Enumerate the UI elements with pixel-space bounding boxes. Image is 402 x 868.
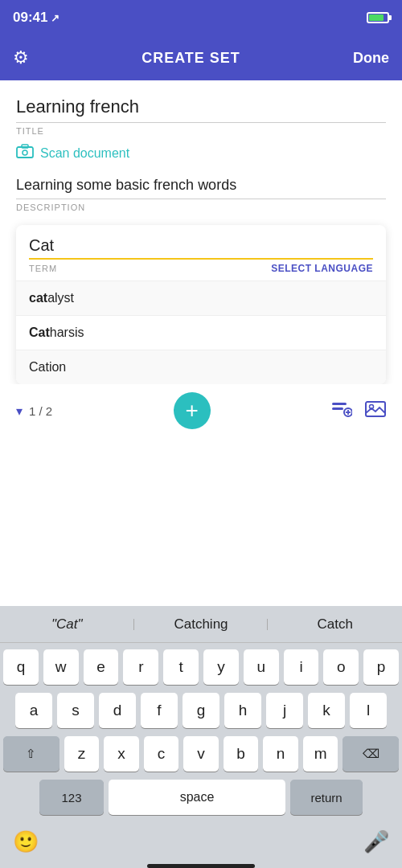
suggestion-catching[interactable]: Catching [134,616,269,633]
suggestion-1-suffix: alyst [47,291,74,305]
suggestion-1-prefix: cat [29,291,47,305]
add-text-icon[interactable] [331,399,352,422]
emoji-icon[interactable]: 🙂 [13,829,39,854]
key-u[interactable]: u [244,649,279,685]
location-arrow-icon: ↗ [51,12,59,24]
space-key[interactable]: space [109,780,285,815]
key-a[interactable]: a [15,693,52,728]
description-input[interactable] [16,177,386,199]
key-m[interactable]: m [303,736,338,772]
svg-rect-1 [22,145,28,148]
key-row-4: 123 space return [3,780,399,815]
key-s[interactable]: s [57,693,94,728]
title-label: TITLE [16,126,386,136]
return-key[interactable]: return [290,780,363,815]
settings-gear-icon[interactable]: ⚙ [13,47,29,68]
svg-point-2 [23,150,27,155]
key-v[interactable]: v [183,736,219,772]
microphone-icon[interactable]: 🎤 [363,829,389,854]
add-icon: + [185,398,198,424]
suggestion-cat-quoted-text: "Cat" [51,616,83,632]
key-l[interactable]: l [350,693,387,728]
suggestion-cat-quoted[interactable]: "Cat" [0,616,134,633]
main-content: TITLE Scan document DESCRIPTION [0,80,402,212]
key-q[interactable]: q [3,649,39,685]
time-display: 09:41 [13,10,47,26]
toolbar-right [331,399,386,422]
keyboard: "Cat" Catching Catch q w e r t y u i o p… [0,606,402,868]
page-title: CREATE SET [142,50,240,67]
scan-document-label: Scan document [40,146,129,161]
key-d[interactable]: d [99,693,136,728]
status-bar: 09:41 ↗ [0,0,402,35]
key-y[interactable]: y [203,649,239,685]
key-row-2: a s d f g h j k l [3,693,399,728]
svg-rect-4 [332,407,343,410]
bottom-toolbar: ▾ 1 / 2 + [0,384,402,437]
key-f[interactable]: f [141,693,178,728]
key-row-1: q w e r t y u i o p [3,649,399,685]
done-button[interactable]: Done [353,50,389,67]
svg-rect-8 [366,402,385,416]
term-input[interactable] [29,236,373,260]
card-header [16,225,386,260]
keyboard-suggestions: "Cat" Catching Catch [0,606,402,643]
battery-fill [369,14,384,21]
key-o[interactable]: o [323,649,359,685]
key-k[interactable]: k [308,693,345,728]
key-n[interactable]: n [263,736,298,772]
suggestion-3[interactable]: Cation [16,350,386,384]
key-row-3: ⇧ z x c v b n m ⌫ [3,736,399,772]
keyboard-rows: q w e r t y u i o p a s d f g h j k l ⇧ … [0,643,402,826]
select-language-button[interactable]: SELECT LANGUAGE [271,263,373,274]
scan-document-button[interactable]: Scan document [16,144,386,162]
key-b[interactable]: b [224,736,259,772]
suggestion-2[interactable]: Catharsis [16,315,386,350]
toolbar-left: ▾ 1 / 2 [16,403,52,419]
status-time: 09:41 ↗ [13,10,59,26]
page-indicator: 1 / 2 [29,404,52,418]
key-e[interactable]: e [84,649,119,685]
battery-icon [367,12,389,23]
key-g[interactable]: g [183,693,219,728]
key-p[interactable]: p [363,649,399,685]
key-c[interactable]: c [144,736,179,772]
suggestion-1[interactable]: catalyst [16,280,386,315]
suggestion-catching-text: Catching [174,616,228,632]
shift-key[interactable]: ⇧ [3,736,59,772]
key-t[interactable]: t [163,649,199,685]
term-label: TERM [29,264,57,273]
svg-rect-3 [332,403,347,405]
suggestion-catch[interactable]: Catch [268,616,402,633]
image-icon[interactable] [365,400,386,422]
suggestion-3-text: Cation [29,360,66,374]
scan-icon [16,144,34,162]
description-label: DESCRIPTION [16,203,386,212]
svg-rect-0 [17,147,33,158]
key-j[interactable]: j [266,693,303,728]
suggestion-2-suffix: harsis [50,326,84,339]
numbers-key[interactable]: 123 [39,780,104,815]
suggestion-2-prefix: Cat [29,326,50,339]
key-r[interactable]: r [123,649,158,685]
add-card-button[interactable]: + [174,392,211,429]
suggestion-catch-text: Catch [317,616,352,632]
backspace-key[interactable]: ⌫ [343,736,399,772]
status-icons [367,12,389,23]
chevron-down-icon[interactable]: ▾ [16,403,23,419]
key-z[interactable]: z [64,736,100,772]
card-meta: TERM SELECT LANGUAGE [16,260,386,274]
term-card: TERM SELECT LANGUAGE catalyst Catharsis … [16,225,386,384]
home-indicator [147,864,255,868]
keyboard-bottom: 🙂 🎤 [0,826,402,861]
key-w[interactable]: w [43,649,79,685]
title-input[interactable] [16,96,386,123]
key-i[interactable]: i [284,649,319,685]
nav-bar: ⚙ CREATE SET Done [0,35,402,80]
key-x[interactable]: x [104,736,139,772]
key-h[interactable]: h [224,693,261,728]
